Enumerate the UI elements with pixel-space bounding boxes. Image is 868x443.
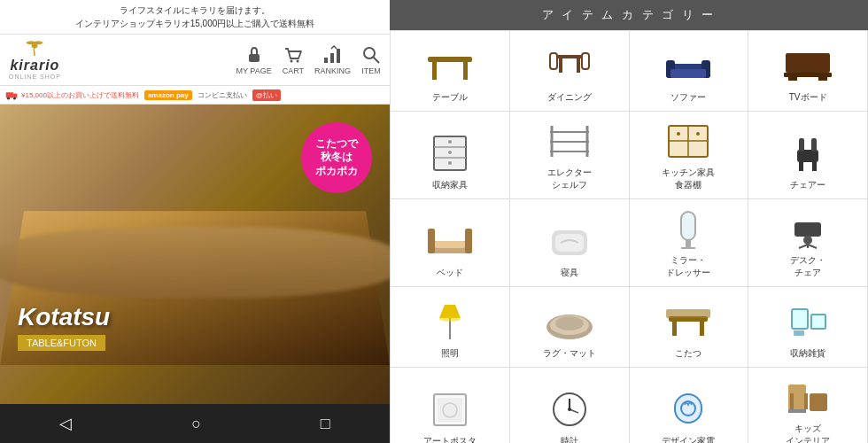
category-label-rug: ラグ・マット — [543, 347, 596, 360]
category-item-bed[interactable]: ベッド — [391, 199, 509, 286]
svg-rect-86 — [810, 393, 827, 411]
delivery-text: ¥15,000以上のお買い上げで送料無料 — [21, 90, 139, 100]
svg-rect-44 — [797, 150, 818, 162]
category-item-table[interactable]: テーブル — [391, 31, 509, 111]
lock-icon — [244, 45, 264, 65]
svg-rect-52 — [435, 241, 465, 248]
category-title: ア イ テ ム カ テ ゴ リ ー — [542, 8, 717, 21]
category-item-shelf[interactable]: エレクター シェルフ — [510, 112, 629, 198]
badge-line1: こたつで — [315, 137, 358, 152]
category-item-electronics[interactable]: デザイン家電 — [630, 368, 748, 443]
hero-main-title: Kotatsu — [18, 303, 110, 331]
category-img-sofa — [662, 43, 715, 88]
cart-label: CART — [283, 66, 304, 75]
category-label-mirror: ミラー・ ドレッサー — [666, 254, 710, 279]
svg-rect-47 — [799, 162, 803, 171]
svg-rect-19 — [582, 53, 589, 69]
category-label-lamp: 照明 — [441, 347, 459, 360]
svg-rect-55 — [681, 212, 695, 240]
nav-mypage[interactable]: MY PAGE — [236, 45, 271, 75]
home-button[interactable]: ○ — [191, 415, 201, 433]
sub-banner: ¥15,000以上のお買い上げで送料無料 amazon pay コンビニ支払い … — [0, 86, 390, 105]
category-item-kotatsu[interactable]: こたつ — [630, 287, 748, 367]
svg-rect-83 — [675, 394, 701, 423]
category-label-electronics: デザイン家電 — [662, 435, 715, 443]
category-img-shelf — [543, 119, 596, 163]
svg-point-11 — [13, 97, 16, 100]
amazon-pay-badge[interactable]: amazon pay — [144, 90, 192, 100]
svg-point-6 — [364, 48, 375, 58]
category-img-storage — [423, 131, 477, 175]
category-label-table: テーブル — [432, 91, 468, 104]
category-item-desk-chair[interactable]: デスク・ チェア — [748, 199, 867, 286]
category-item-storage[interactable]: 収納家具 — [391, 112, 509, 198]
fur-texture — [0, 227, 390, 298]
category-item-rug[interactable]: ラグ・マット — [510, 287, 629, 367]
category-item-misc[interactable]: 収納雑貨 — [748, 287, 867, 367]
svg-point-2 — [296, 59, 298, 62]
banner-line2: インテリアショップキラリオ15,000円以上ご購入で送料無料 — [0, 17, 390, 30]
nav-ranking[interactable]: RANKING — [314, 45, 351, 75]
category-item-sofa[interactable]: ソファー — [630, 31, 748, 111]
svg-rect-14 — [463, 62, 468, 80]
ranking-icon — [322, 45, 342, 65]
svg-rect-24 — [786, 53, 830, 73]
category-item-kitchen[interactable]: キッチン家具 食器棚 — [630, 112, 748, 198]
at-pay-badge[interactable]: @払い — [252, 89, 281, 101]
back-button[interactable]: ◁ — [59, 414, 72, 433]
banner-line1: ライフスタイルにキラリを届けます。 — [0, 4, 390, 17]
category-img-electronics — [662, 387, 715, 431]
category-img-rug — [543, 299, 596, 344]
svg-rect-54 — [555, 234, 584, 252]
svg-rect-15 — [556, 55, 583, 58]
category-label-desk-chair: デスク・ チェア — [790, 254, 825, 279]
svg-rect-5 — [337, 49, 340, 63]
category-item-clock[interactable]: 時計 — [510, 368, 629, 443]
category-img-misc — [781, 299, 834, 344]
category-label-sofa: ソファー — [670, 91, 706, 104]
category-img-chair — [781, 131, 834, 175]
bottom-nav: ◁ ○ □ — [0, 404, 390, 443]
category-label-kotatsu: こたつ — [675, 347, 701, 360]
logo-bird-icon — [21, 40, 48, 58]
svg-rect-8 — [6, 92, 13, 97]
svg-rect-75 — [794, 330, 804, 336]
category-img-bed — [423, 219, 477, 263]
svg-rect-50 — [428, 229, 435, 253]
svg-rect-72 — [666, 309, 710, 318]
category-label-bedding: 寝具 — [561, 267, 578, 279]
top-banner: ライフスタイルにキラリを届けます。 インテリアショップキラリオ15,000円以上… — [0, 0, 390, 35]
svg-rect-17 — [577, 58, 580, 73]
hero-image: こたつで 秋冬は ポカポカ Kotatsu TABLE&FUTON — [0, 105, 390, 404]
category-item-poster[interactable]: アートポスタ — [391, 368, 509, 443]
svg-point-33 — [448, 161, 452, 165]
recent-button[interactable]: □ — [321, 415, 330, 433]
category-label-shelf: エレクター シェルフ — [547, 167, 592, 191]
cart-icon — [283, 45, 303, 65]
item-label: ITEM — [361, 66, 381, 75]
logo-area: kirario ONLINE SHOP — [9, 40, 61, 80]
svg-rect-45 — [799, 138, 804, 152]
category-item-bedding[interactable]: 寝具 — [510, 199, 629, 286]
category-item-tv[interactable]: TVボード — [748, 31, 867, 111]
ranking-label: RANKING — [314, 66, 351, 75]
category-item-chair[interactable]: チェアー — [748, 112, 867, 198]
search-icon — [361, 45, 381, 65]
category-item-lamp[interactable]: 照明 — [391, 287, 509, 367]
svg-point-82 — [568, 408, 571, 411]
category-item-mirror[interactable]: ミラー・ ドレッサー — [630, 199, 748, 286]
hero-text-area: Kotatsu TABLE&FUTON — [18, 303, 110, 351]
nav-icons: MY PAGE CART RANKING — [236, 45, 381, 75]
svg-rect-46 — [811, 138, 817, 152]
nav-item[interactable]: ITEM — [361, 45, 381, 75]
svg-rect-13 — [432, 62, 437, 80]
svg-rect-71 — [700, 322, 704, 336]
category-label-kitchen: キッチン家具 食器棚 — [662, 167, 715, 191]
svg-rect-51 — [465, 229, 472, 253]
right-panel: ア イ テ ム カ テ ゴ リ ー テーブルダイニングソファーTVボード収納家具… — [390, 0, 868, 443]
category-item-dining[interactable]: ダイニング — [510, 31, 629, 111]
svg-rect-26 — [788, 77, 797, 81]
category-item-kids[interactable]: キッズ インテリア — [748, 368, 867, 443]
svg-rect-4 — [330, 53, 334, 63]
nav-cart[interactable]: CART — [283, 45, 304, 75]
